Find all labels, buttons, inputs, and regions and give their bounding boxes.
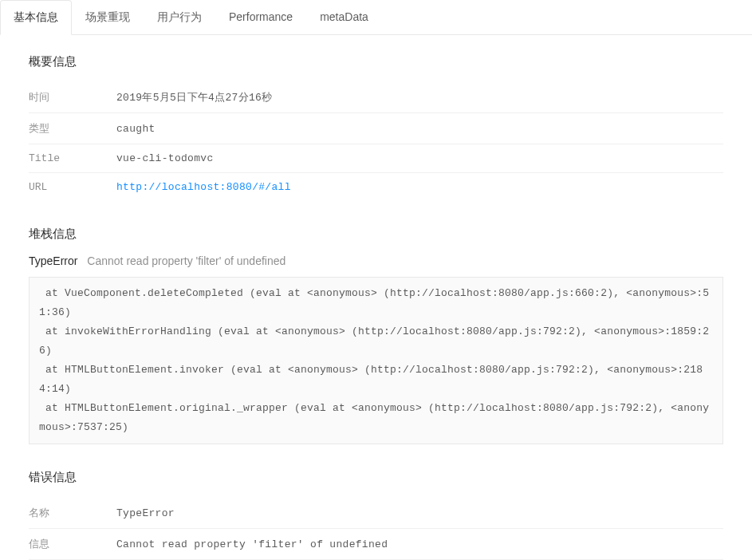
info-label: Title [29,152,116,164]
info-row-title: Title vue-cli-todomvc [29,144,723,173]
content-area: 概要信息 时间 2019年5月5日下午4点27分16秒 类型 caught Ti… [0,35,752,560]
info-value: TypeError [116,507,175,519]
info-value: Cannot read property 'filter' of undefin… [116,538,388,550]
stack-header: TypeError Cannot read property 'filter' … [29,254,723,267]
stack-error-type: TypeError [29,254,77,267]
info-row-type: 类型 caught [29,113,723,144]
tab-metadata[interactable]: metaData [306,0,382,35]
info-label: 类型 [29,121,116,136]
stack-section: 堆栈信息 TypeError Cannot read property 'fil… [29,227,723,444]
stack-error-msg: Cannot read property 'filter' of undefin… [87,254,285,267]
info-row-url: URL http://localhost:8080/#/all [29,173,723,201]
tab-user-behavior[interactable]: 用户行为 [144,0,215,35]
info-row-message: 信息 Cannot read property 'filter' of unde… [29,529,723,560]
info-value: caught [116,123,156,135]
info-label: 信息 [29,537,116,551]
info-label: 名称 [29,506,116,520]
overview-title: 概要信息 [29,54,723,69]
info-label: URL [29,181,116,193]
info-value: 2019年5月5日下午4点27分16秒 [116,90,273,105]
tab-scene-replay[interactable]: 场景重现 [72,0,144,35]
info-row-time: 时间 2019年5月5日下午4点27分16秒 [29,82,723,113]
error-section: 错误信息 名称 TypeError 信息 Cannot read propert… [29,470,723,560]
info-value-url[interactable]: http://localhost:8080/#/all [116,181,291,193]
info-row-name: 名称 TypeError [29,498,723,529]
overview-section: 概要信息 时间 2019年5月5日下午4点27分16秒 类型 caught Ti… [29,54,723,201]
stack-trace: at VueComponent.deleteCompleted (eval at… [29,277,723,444]
error-title: 错误信息 [29,470,723,485]
tab-performance[interactable]: Performance [215,0,306,35]
info-label: 时间 [29,90,116,105]
stack-title: 堆栈信息 [29,227,723,242]
tab-basic-info[interactable]: 基本信息 [0,0,72,35]
info-value: vue-cli-todomvc [116,152,214,164]
tabs-container: 基本信息 场景重现 用户行为 Performance metaData [0,0,752,35]
